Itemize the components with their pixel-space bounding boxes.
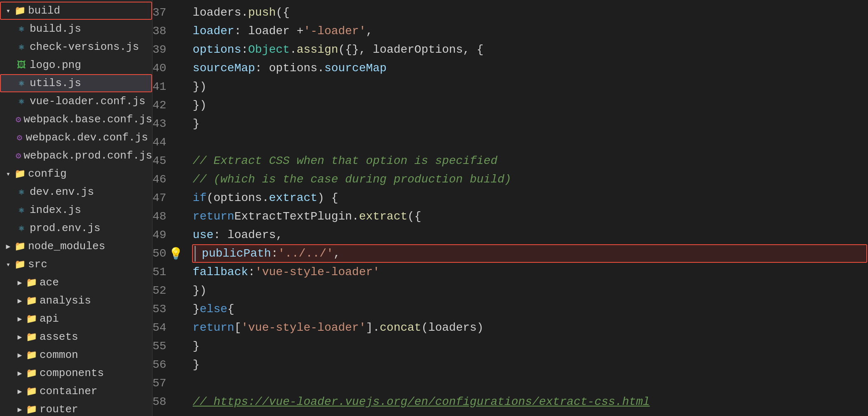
code-text: else [199, 303, 227, 316]
code-line-49: use: loaders, [191, 226, 868, 244]
config-folder[interactable]: ▾ 📁 config [0, 165, 152, 183]
code-line-54: return ['vue-style-loader'].concat(loade… [191, 318, 868, 337]
chevron-down-icon: ▾ [4, 6, 12, 15]
container-folder[interactable]: ▶ 📁 container [0, 382, 152, 400]
code-line-39: options: Object.assign({}, loaderOptions… [191, 40, 868, 59]
code-line-43: } [191, 115, 868, 133]
code-text: }) [193, 80, 207, 93]
chevron-down-icon: ▾ [4, 169, 12, 178]
gutter-empty [175, 226, 191, 244]
check-versions-js-item[interactable]: ⚛ check-versions.js [0, 38, 152, 56]
folder-icon: 📁 [14, 5, 26, 16]
index-js-label: index.js [30, 204, 81, 216]
analysis-folder-label: analysis [40, 294, 91, 307]
folder-icon: 📁 [26, 332, 37, 343]
line-number: 54 [152, 318, 175, 337]
src-folder[interactable]: ▾ 📁 src [0, 255, 152, 273]
code-text: publicPath [202, 247, 271, 260]
chevron-right-icon: ▶ [4, 242, 12, 251]
code-line-47: if (options.extract) { [191, 189, 868, 207]
gutter-hints: 💡 [175, 3, 191, 416]
code-text: // https://vue-loader.vuejs.org/en/confi… [193, 395, 650, 408]
react-icon: ⚛ [16, 78, 27, 89]
gutter-empty [175, 40, 191, 59]
node-modules-folder[interactable]: ▶ 📁 node_modules [0, 237, 152, 255]
react-icon: ⚛ [16, 42, 27, 53]
chevron-right-icon: ▶ [16, 351, 24, 360]
router-folder[interactable]: ▶ 📁 router [0, 400, 152, 416]
gutter-empty [175, 170, 191, 189]
folder-icon: 📁 [26, 404, 37, 415]
code-text: }) [193, 284, 207, 297]
ace-folder[interactable]: ▶ 📁 ace [0, 273, 152, 292]
config-folder-label: config [28, 168, 67, 180]
common-folder[interactable]: ▶ 📁 common [0, 346, 152, 364]
index-js-item[interactable]: ⚛ index.js [0, 201, 152, 219]
api-folder[interactable]: ▶ 📁 api [0, 310, 152, 328]
utils-js-item[interactable]: ⚛ utils.js [0, 74, 152, 92]
gutter-empty [175, 152, 191, 170]
react-icon: ⚛ [16, 187, 27, 198]
line-number: 47 [152, 189, 175, 207]
react-icon: ⚛ [16, 96, 27, 107]
folder-icon: 📁 [26, 277, 37, 288]
code-text: : loader + [234, 25, 303, 37]
api-folder-label: api [40, 313, 59, 325]
assets-folder[interactable]: ▶ 📁 assets [0, 328, 152, 346]
logo-png-item[interactable]: 🖼 logo.png [0, 56, 152, 74]
prod-env-js-label: prod.env.js [30, 222, 101, 234]
src-folder-label: src [28, 258, 47, 271]
webpack-base-conf-js-item[interactable]: ⚙ webpack.base.conf.js [0, 110, 152, 129]
webpack-prod-conf-js-label: webpack.prod.conf.js [23, 150, 152, 162]
code-text: }) [193, 99, 207, 112]
gutter-empty [175, 355, 191, 374]
chevron-right-icon: ▶ [16, 405, 24, 414]
gutter-empty [175, 22, 191, 40]
code-text: options [193, 43, 242, 56]
code-area: 37 38 39 40 41 42 43 44 45 46 47 48 49 5… [152, 0, 868, 416]
line-number: 52 [152, 281, 175, 300]
code-text: : [248, 266, 255, 278]
chevron-right-icon: ▶ [16, 387, 24, 396]
code-line-52: }) [191, 281, 868, 300]
line-number: 41 [152, 77, 175, 96]
code-text: return [193, 210, 235, 223]
code-text: use [193, 229, 213, 241]
gutter-empty [175, 207, 191, 226]
line-number: 53 [152, 300, 175, 318]
webpack-dev-conf-js-label: webpack.dev.conf.js [26, 131, 148, 144]
dev-env-js-item[interactable]: ⚛ dev.env.js [0, 183, 152, 201]
chevron-right-icon: ▶ [16, 332, 24, 341]
line-number: 57 [152, 374, 175, 393]
code-line-42: }) [191, 96, 868, 115]
analysis-folder[interactable]: ▶ 📁 analysis [0, 292, 152, 310]
webpack-dev-conf-js-item[interactable]: ⚙ webpack.dev.conf.js [0, 129, 152, 147]
webpack-prod-conf-js-item[interactable]: ⚙ webpack.prod.conf.js [0, 147, 152, 165]
folder-icon: 📁 [14, 241, 26, 252]
prod-env-js-item[interactable]: ⚛ prod.env.js [0, 219, 152, 237]
code-text: : [241, 43, 248, 56]
code-text: Object [248, 43, 290, 56]
utils-js-label: utils.js [30, 77, 81, 89]
react-icon: ⚛ [16, 23, 27, 35]
gutter-empty [175, 337, 191, 355]
build-js-item[interactable]: ⚛ build.js [0, 20, 152, 38]
folder-icon: 📁 [26, 386, 37, 397]
code-text: extract [269, 192, 317, 204]
code-text: loaders. [193, 6, 248, 19]
chevron-right-icon: ▶ [16, 369, 24, 378]
chevron-right-icon: ▶ [16, 278, 24, 287]
node-modules-folder-label: node_modules [28, 240, 105, 252]
code-text: } [193, 117, 200, 130]
code-text: (options. [206, 192, 269, 204]
gutter-empty [175, 281, 191, 300]
components-folder[interactable]: ▶ 📁 components [0, 364, 152, 382]
webpack-base-conf-js-label: webpack.base.conf.js [23, 113, 152, 126]
build-folder[interactable]: ▾ 📁 build [0, 2, 152, 20]
code-text: ({ [408, 210, 422, 223]
code-text: sourceMap [193, 62, 255, 75]
gear-icon: ⚙ [16, 132, 23, 143]
folder-icon: 📁 [14, 168, 26, 180]
vue-loader-conf-js-item[interactable]: ⚛ vue-loader.conf.js [0, 92, 152, 110]
code-editor: 37 38 39 40 41 42 43 44 45 46 47 48 49 5… [152, 0, 868, 416]
